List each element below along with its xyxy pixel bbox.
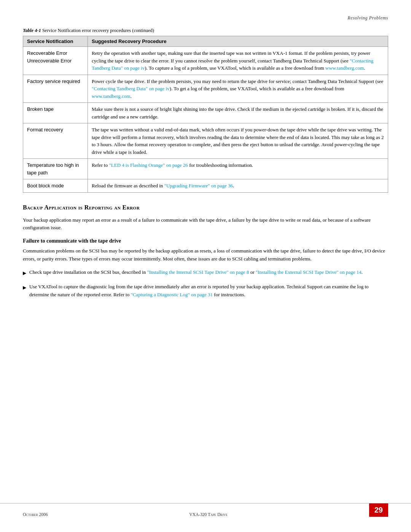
- table-link[interactable]: "Upgrading Firmware" on page 36: [164, 183, 233, 189]
- table-caption-text: Service Notification error recovery proc…: [42, 28, 154, 33]
- procedure-cell: Retry the operation with another tape, m…: [88, 47, 388, 75]
- footer-page-number-area: 29: [369, 503, 388, 517]
- notification-cell: Format recovery: [23, 123, 88, 159]
- page-header: Resolving Problems: [23, 15, 388, 21]
- table-row: Recoverable Error Unrecoverable ErrorRet…: [23, 47, 388, 75]
- notification-cell: Factory service required: [23, 75, 88, 103]
- list-item-text: Use VXATool to capture the diagnostic lo…: [29, 283, 388, 299]
- notification-cell: Broken tape: [23, 103, 88, 123]
- backup-section-heading: Backup Application is Reporting an Error: [23, 204, 388, 211]
- footer-product: VXA-320 Tape Drive: [189, 510, 228, 517]
- page-footer: October 2006 VXA-320 Tape Drive 29: [0, 503, 411, 517]
- table-link[interactable]: www.tandberg.com: [325, 65, 364, 71]
- table-link[interactable]: "Contacting Tandberg Data" on page iv: [92, 86, 170, 91]
- table-row: Boot block modeReload the firmware as de…: [23, 179, 388, 193]
- bullet-list: ▶Check tape drive installation on the SC…: [23, 268, 388, 299]
- notification-cell: Recoverable Error Unrecoverable Error: [23, 47, 88, 75]
- backup-intro: Your backup application may report an er…: [23, 216, 388, 232]
- page-number: 29: [369, 503, 388, 517]
- col2-header: Suggested Recovery Procedure: [88, 36, 388, 47]
- procedure-cell: The tape was written without a valid end…: [88, 123, 388, 159]
- table-number: Table 4-1: [23, 28, 41, 33]
- list-item: ▶Use VXATool to capture the diagnostic l…: [23, 283, 388, 299]
- main-content: Table 4-1 Service Notification error rec…: [23, 28, 388, 299]
- procedure-cell: Power cycle the tape drive. If the probl…: [88, 75, 388, 103]
- table-row: Broken tapeMake sure there is not a sour…: [23, 103, 388, 123]
- list-item: ▶Check tape drive installation on the SC…: [23, 268, 388, 277]
- table-row: Temperature too high in tape pathRefer t…: [23, 159, 388, 179]
- chapter-title: Resolving Problems: [347, 15, 388, 21]
- bullet-link[interactable]: "Installing the Internal SCSI Tape Drive…: [147, 269, 249, 275]
- table-caption: Table 4-1 Service Notification error rec…: [23, 28, 388, 34]
- notification-cell: Boot block mode: [23, 179, 88, 193]
- table-row: Factory service requiredPower cycle the …: [23, 75, 388, 103]
- table-link[interactable]: www.tandberg.com: [92, 93, 130, 99]
- footer-date: October 2006: [23, 510, 48, 517]
- procedure-cell: Reload the firmware as described in "Upg…: [88, 179, 388, 193]
- table-row: Format recoveryThe tape was written with…: [23, 123, 388, 159]
- bullet-link[interactable]: "Capturing a Diagnostic Log" on page 31: [131, 292, 213, 297]
- bullet-link[interactable]: "Installing the External SCSI Tape Drive…: [256, 269, 362, 275]
- service-notification-table: Service Notification Suggested Recovery …: [23, 36, 388, 193]
- bullet-arrow-icon: ▶: [23, 284, 26, 291]
- col1-header: Service Notification: [23, 36, 88, 47]
- notification-cell: Temperature too high in tape path: [23, 159, 88, 179]
- procedure-cell: Make sure there is not a source of brigh…: [88, 103, 388, 123]
- list-item-text: Check tape drive installation on the SCS…: [29, 268, 363, 276]
- bullet-arrow-icon: ▶: [23, 270, 26, 277]
- procedure-cell: Refer to "LED 4 is Flashing Orange" on p…: [88, 159, 388, 179]
- table-link[interactable]: "LED 4 is Flashing Orange" on page 26: [109, 162, 188, 168]
- subsection1-heading: Failure to communicate with the tape dri…: [23, 238, 388, 244]
- subsection1-body: Communication problems on the SCSI bus m…: [23, 247, 388, 263]
